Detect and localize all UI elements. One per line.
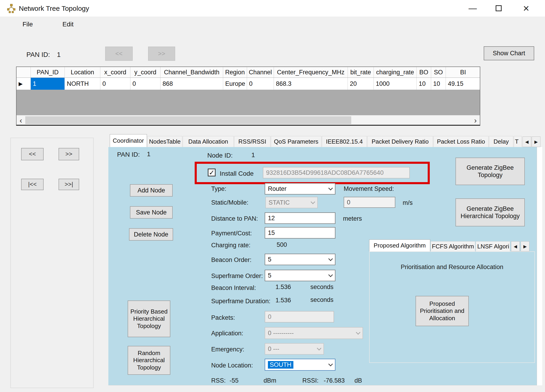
tab-scroll-right-icon: ▶	[534, 139, 538, 145]
superframe-duration-label: Superframe Duration:	[211, 298, 270, 305]
cell-location[interactable]: NORTH	[65, 78, 100, 90]
priority-hierarchical-topology-button[interactable]: Priority Based Hierarchical Topology	[128, 301, 170, 337]
beacon-order-value: 5	[268, 256, 271, 263]
tab-nodes-table[interactable]: NodesTable	[147, 136, 182, 147]
cell-bo[interactable]: 10	[417, 78, 431, 90]
col-header-bi[interactable]: BI	[446, 67, 480, 78]
distance-input[interactable]: 12	[265, 212, 335, 224]
superframe-order-combo[interactable]: 5	[265, 270, 335, 281]
cell-center-frequency[interactable]: 868.3	[274, 78, 348, 90]
tab-lnsf-algorithm[interactable]: LNSF Algori	[476, 241, 510, 251]
tab-rss-rssi[interactable]: RSS/RSSI	[234, 136, 270, 147]
record-prev-button[interactable]: <<	[21, 148, 44, 160]
minimize-button[interactable]: —	[464, 2, 481, 15]
chevron-down-icon	[328, 186, 333, 190]
col-header-pan-id[interactable]: PAN_ID	[31, 67, 65, 78]
cell-channel[interactable]: 0	[247, 78, 274, 90]
tab-data-allocation[interactable]: Data Allocation	[183, 136, 234, 147]
beacon-order-combo[interactable]: 5	[265, 254, 335, 265]
chevron-down-icon	[311, 199, 315, 204]
generate-zigbee-hierarchical-topology-button[interactable]: Generate ZigBee Hierarchical Topology	[455, 199, 525, 226]
beacon-interval-value: 1.536	[275, 283, 291, 291]
cell-y-coord[interactable]: 0	[130, 78, 161, 90]
pan-next-button[interactable]: >>	[148, 47, 175, 61]
scroll-left-icon[interactable]: ‹	[17, 116, 25, 125]
distance-unit: meters	[343, 215, 362, 222]
col-header-channel-bandwidth[interactable]: Channel_Bandwidth	[161, 67, 223, 78]
tab-throughput-clipped[interactable]: T	[514, 136, 522, 147]
menu-file[interactable]: File	[20, 20, 35, 29]
grid-horizontal-scrollbar[interactable]: ‹ ›	[17, 115, 480, 125]
cell-channel-bandwidth[interactable]: 868	[161, 78, 223, 90]
distance-label: Distance to PAN:	[211, 215, 258, 222]
scrollbar-thumb[interactable]	[25, 116, 351, 124]
tab-delay[interactable]: Delay	[489, 136, 513, 147]
tab-qos-parameters[interactable]: QoS Parameters	[271, 136, 321, 147]
chevron-down-icon	[328, 272, 333, 277]
col-header-channel[interactable]: Channel	[247, 67, 274, 78]
emergency-label: Emergency:	[211, 346, 244, 353]
menu-edit[interactable]: Edit	[60, 20, 76, 29]
pan-id-label: PAN ID:	[26, 51, 50, 59]
tab-scroll-right-button[interactable]: ▶	[532, 137, 540, 147]
tab-fcfs-algorithm[interactable]: FCFS Algorithm	[431, 241, 475, 251]
main-tab-strip: Coordinator NodesTable Data Allocation R…	[110, 134, 540, 147]
col-header-region[interactable]: Region	[223, 67, 247, 78]
close-button[interactable]: ×	[518, 2, 535, 15]
row-selector-header	[17, 67, 31, 78]
cell-charging-rate[interactable]: 1000	[374, 78, 417, 90]
maximize-button[interactable]	[490, 2, 507, 15]
node-location-combo[interactable]: SOUTH	[265, 359, 335, 371]
col-header-bo[interactable]: BO	[417, 67, 431, 78]
tab-proposed-algorithm[interactable]: Proposed Algorithm	[369, 240, 430, 251]
cell-bit-rate[interactable]: 20	[348, 78, 374, 90]
cell-x-coord[interactable]: 0	[100, 78, 130, 90]
col-header-x-coord[interactable]: x_coord	[100, 67, 130, 78]
install-code-checkbox[interactable]: ✓	[208, 169, 216, 176]
pan-prev-button[interactable]: <<	[105, 47, 133, 61]
tab-page-right-strip	[537, 147, 542, 385]
movement-speed-unit: m/s	[403, 199, 413, 206]
cell-region[interactable]: Europe	[223, 78, 247, 90]
generate-zigbee-topology-button[interactable]: Generate ZigBee Topology	[455, 157, 525, 185]
save-node-button[interactable]: Save Node	[130, 206, 173, 219]
show-chart-button[interactable]: Show Chart	[484, 46, 534, 60]
algorithm-tab-scroll-left-button[interactable]: ◀	[511, 241, 520, 251]
record-last-button[interactable]: >>|	[59, 179, 79, 190]
record-first-button[interactable]: |<<	[21, 179, 44, 190]
title-bar: Network Tree Topology — ×	[0, 0, 545, 17]
static-mobile-combo: STATIC	[265, 197, 318, 208]
beacon-interval-label: Beacon Interval:	[211, 284, 256, 291]
col-header-y-coord[interactable]: y_coord	[130, 67, 161, 78]
col-header-location[interactable]: Location	[65, 67, 100, 78]
delete-node-button[interactable]: Delete Node	[129, 228, 173, 241]
movement-speed-input: 0	[344, 197, 395, 208]
payment-input[interactable]: 15	[265, 227, 335, 239]
type-value: Router	[268, 185, 286, 193]
tab-packet-loss-ratio[interactable]: Packet Loss Ratio	[434, 136, 489, 147]
tab-packet-delivery-ratio[interactable]: Packet Delivery Ratio	[367, 136, 433, 147]
col-header-bit-rate[interactable]: bit_rate	[348, 67, 374, 78]
add-node-button[interactable]: Add Node	[130, 184, 173, 197]
col-header-so[interactable]: SO	[431, 67, 446, 78]
rssi-unit: dB	[354, 377, 362, 384]
tab-scroll-left-button[interactable]: ◀	[522, 137, 531, 147]
row-selector-cell[interactable]: ▶	[17, 78, 31, 90]
cell-pan-id[interactable]: 1	[31, 78, 65, 90]
random-hierarchical-topology-button[interactable]: Random Hierarchical Topology	[128, 346, 170, 375]
scroll-right-icon[interactable]: ›	[471, 116, 480, 125]
tab-coordinator[interactable]: Coordinator	[110, 134, 147, 147]
cell-bi[interactable]: 49.15	[446, 78, 480, 90]
pan-id-value: 1	[57, 51, 61, 59]
proposed-prioritisation-button[interactable]: Proposed Prioritisation and Allocation	[415, 296, 469, 326]
col-header-charging-rate[interactable]: charging_rate	[374, 67, 417, 78]
type-combo[interactable]: Router	[265, 183, 335, 194]
col-header-center-frequency[interactable]: Center_Frequency_MHz	[274, 67, 348, 78]
cell-so[interactable]: 10	[431, 78, 446, 90]
table-row[interactable]: ▶ 1 NORTH 0 0 868 Europe 0 868.3 20 1000…	[17, 78, 480, 90]
check-icon: ✓	[209, 169, 214, 177]
algorithm-tab-scroll-right-button[interactable]: ▶	[521, 241, 529, 251]
tab-scroll-left-icon: ◀	[525, 139, 529, 145]
tab-ieee802154[interactable]: IEEE802.15.4	[322, 136, 367, 147]
record-next-button[interactable]: >>	[59, 148, 79, 160]
